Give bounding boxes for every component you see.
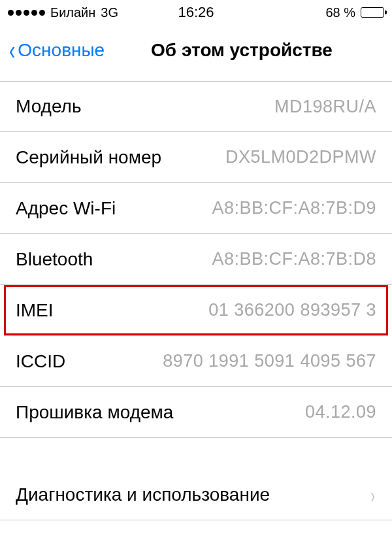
row-wifi[interactable]: Адрес Wi-Fi A8:BB:CF:A8:7B:D9 [0, 183, 392, 234]
row-value: 8970 1991 5091 4095 567 [163, 351, 376, 371]
back-label: Основные [18, 40, 105, 61]
row-bluetooth[interactable]: Bluetooth A8:BB:CF:A8:7B:D8 [0, 234, 392, 285]
carrier-label: Билайн [50, 5, 95, 20]
battery-icon [361, 7, 384, 18]
row-label: Модель [16, 96, 82, 117]
row-model[interactable]: Модель MD198RU/A [0, 81, 392, 132]
row-label: ICCID [16, 351, 65, 372]
row-serial[interactable]: Серийный номер DX5LM0D2DPMW [0, 132, 392, 183]
signal-strength-icon [8, 10, 45, 16]
row-diagnostics[interactable]: Диагностика и использование › [0, 469, 392, 520]
status-left: Билайн 3G [8, 5, 118, 20]
row-firmware[interactable]: Прошивка модема 04.12.09 [0, 387, 392, 438]
back-button[interactable]: ‹ Основные [8, 37, 105, 63]
row-label: Диагностика и использование [16, 484, 270, 505]
network-type: 3G [101, 5, 118, 20]
chevron-right-icon: › [370, 484, 375, 506]
row-value: A8:BB:CF:A8:7B:D9 [212, 198, 376, 218]
row-imei[interactable]: IMEI 01 366200 893957 3 [4, 285, 388, 336]
chevron-left-icon: ‹ [9, 37, 15, 63]
row-value: DX5LM0D2DPMW [225, 147, 376, 167]
row-label: Bluetooth [16, 249, 93, 270]
row-value: A8:BB:CF:A8:7B:D8 [212, 249, 376, 269]
row-value: MD198RU/A [274, 97, 376, 117]
status-bar: Билайн 3G 16:26 68 % [0, 0, 392, 25]
row-label: Адрес Wi-Fi [16, 198, 116, 219]
row-label: Серийный номер [16, 147, 161, 168]
row-label: Прошивка модема [16, 402, 173, 423]
row-value: 01 366200 893957 3 [208, 300, 376, 320]
row-value: 04.12.09 [305, 402, 376, 422]
row-iccid[interactable]: ICCID 8970 1991 5091 4095 567 [0, 336, 392, 387]
battery-percentage: 68 % [325, 5, 355, 20]
navigation-bar: ‹ Основные Об этом устройстве [0, 25, 392, 76]
about-list: Модель MD198RU/A Серийный номер DX5LM0D2… [0, 81, 392, 520]
section-gap [0, 438, 392, 469]
status-right: 68 % [325, 5, 384, 20]
row-label: IMEI [16, 300, 54, 321]
